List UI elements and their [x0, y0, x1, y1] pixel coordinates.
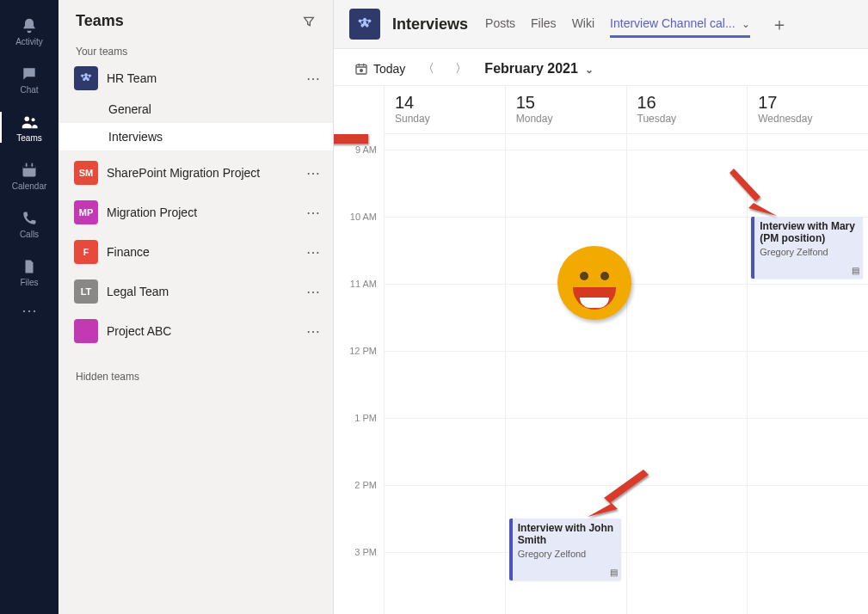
hour-label: 9 AM [355, 144, 377, 155]
chevron-down-icon: ⌄ [585, 64, 594, 76]
rail-label: Files [20, 278, 38, 287]
hour-label: 11 AM [350, 279, 377, 289]
svg-rect-5 [32, 163, 34, 166]
day-col-tuesday[interactable] [626, 134, 748, 614]
team-row-projectabc[interactable]: Project ABC ⋯ [58, 314, 333, 348]
team-row-hr[interactable]: HR Team ⋯ [58, 61, 333, 95]
rail-label: Calendar [12, 181, 47, 191]
channel-interviews[interactable]: Interviews [58, 123, 333, 150]
prev-arrow-icon[interactable]: 〈 [419, 61, 438, 77]
day-header[interactable]: 17 Wednesday [747, 86, 868, 133]
teams-icon [20, 113, 39, 132]
tab-files[interactable]: Files [531, 11, 557, 38]
channel-general[interactable]: General [58, 95, 333, 123]
rail-label: Activity [15, 37, 43, 46]
day-header[interactable]: 16 Tuesday [626, 86, 748, 133]
svg-point-1 [32, 118, 35, 121]
event-organizer: Gregory Zelfond [518, 549, 616, 559]
team-name: Legal Team [107, 285, 298, 298]
team-name: Migration Project [107, 206, 298, 219]
filter-icon[interactable] [302, 15, 316, 28]
section-your-teams: Your teams [58, 39, 333, 61]
rail-item-calendar[interactable]: Calendar [0, 151, 58, 200]
calendar-toolbar: Today 〈 〉 February 2021 ⌄ [334, 49, 868, 86]
busy-icon: ▤ [610, 568, 618, 577]
team-avatar-icon: LT [74, 279, 98, 304]
app-rail: Activity Chat Teams Calendar Calls Files… [0, 0, 58, 614]
calendar-event[interactable]: Interview with Mary (PM position)Gregory… [751, 217, 863, 279]
event-title: Interview with Mary (PM position) [760, 220, 858, 245]
calls-icon [20, 209, 39, 228]
chat-icon [20, 64, 39, 83]
day-col-wednesday[interactable]: Interview with Mary (PM position)Gregory… [747, 134, 868, 614]
rail-item-files[interactable]: Files [0, 248, 58, 296]
tab-posts[interactable]: Posts [485, 11, 515, 38]
team-more-icon[interactable]: ⋯ [306, 244, 321, 261]
team-name: SharePoint Migration Project [107, 166, 298, 180]
svg-point-17 [360, 70, 363, 72]
team-name: Finance [107, 245, 298, 259]
day-columns: Interview with John SmithGregory Zelfond… [384, 134, 868, 614]
bell-icon [20, 16, 39, 35]
svg-rect-4 [26, 163, 28, 166]
calendar-today-icon [354, 62, 368, 76]
team-avatar-icon [74, 66, 98, 90]
next-arrow-icon[interactable]: 〉 [452, 61, 471, 77]
team-avatar-icon [74, 319, 98, 343]
hour-label: 10 AM [350, 212, 377, 222]
teams-sidebar: Teams Your teams HR Team ⋯ General Inter… [58, 0, 334, 614]
rail-item-teams[interactable]: Teams [0, 103, 58, 151]
day-header[interactable]: 14 Sunday [384, 86, 505, 133]
section-hidden-teams: Hidden teams [58, 364, 333, 386]
calendar-body: 9 AM10 AM11 AM12 PM1 PM2 PM3 PM Intervie… [334, 134, 868, 614]
calendar-event[interactable]: Interview with John SmithGregory Zelfond… [509, 519, 621, 580]
calendar-grid: 14 Sunday 15 Monday 16 Tuesday 17 Wednes… [334, 86, 868, 614]
team-more-icon[interactable]: ⋯ [306, 205, 321, 221]
sidebar-title: Teams [76, 12, 124, 30]
team-more-icon[interactable]: ⋯ [306, 284, 321, 300]
channel-header: Interviews Posts Files Wiki Interview Ch… [334, 0, 868, 49]
event-title: Interview with John Smith [518, 522, 616, 547]
team-more-icon[interactable]: ⋯ [306, 71, 321, 87]
rail-item-chat[interactable]: Chat [0, 55, 58, 103]
today-button[interactable]: Today [354, 62, 405, 76]
svg-rect-3 [23, 165, 36, 168]
team-more-icon[interactable]: ⋯ [306, 323, 321, 340]
team-row-legal[interactable]: LT Legal Team ⋯ [58, 274, 333, 309]
tab-interview-calendar[interactable]: Interview Channel cal... ⌄ [610, 11, 750, 38]
team-avatar-icon: MP [74, 200, 98, 224]
files-icon [20, 257, 39, 276]
team-avatar-icon: SM [74, 161, 98, 185]
day-headers: 14 Sunday 15 Monday 16 Tuesday 17 Wednes… [384, 86, 868, 134]
rail-label: Teams [16, 133, 41, 143]
busy-icon: ▤ [852, 266, 859, 275]
month-label[interactable]: February 2021 ⌄ [484, 61, 594, 77]
day-header[interactable]: 15 Monday [505, 86, 626, 133]
hour-label: 2 PM [354, 480, 377, 490]
tab-wiki[interactable]: Wiki [572, 11, 594, 38]
team-name: Project ABC [107, 324, 298, 338]
team-row-migration[interactable]: MP Migration Project ⋯ [58, 195, 333, 230]
team-more-icon[interactable]: ⋯ [306, 165, 321, 181]
main-area: Interviews Posts Files Wiki Interview Ch… [334, 0, 868, 614]
team-row-sharepoint[interactable]: SM SharePoint Migration Project ⋯ [58, 156, 333, 190]
day-col-monday[interactable]: Interview with John SmithGregory Zelfond… [505, 134, 626, 614]
add-tab-button[interactable]: ＋ [771, 13, 788, 36]
rail-label: Calls [20, 230, 39, 239]
team-avatar-icon: F [74, 240, 98, 264]
channel-title: Interviews [392, 15, 468, 34]
event-organizer: Gregory Zelfond [760, 247, 858, 257]
team-name: HR Team [107, 71, 298, 85]
rail-item-activity[interactable]: Activity [0, 7, 58, 55]
calendar-icon [20, 161, 39, 180]
svg-point-0 [25, 116, 30, 121]
rail-more-icon[interactable]: ⋯ [22, 301, 37, 320]
hour-label: 12 PM [349, 346, 377, 356]
channel-avatar-icon [349, 9, 380, 40]
chevron-down-icon: ⌄ [742, 18, 750, 30]
rail-item-calls[interactable]: Calls [0, 200, 58, 248]
hour-label: 1 PM [354, 413, 377, 423]
time-column: 9 AM10 AM11 AM12 PM1 PM2 PM3 PM [334, 134, 384, 614]
team-row-finance[interactable]: F Finance ⋯ [58, 235, 333, 269]
day-col-sunday[interactable] [384, 134, 505, 614]
